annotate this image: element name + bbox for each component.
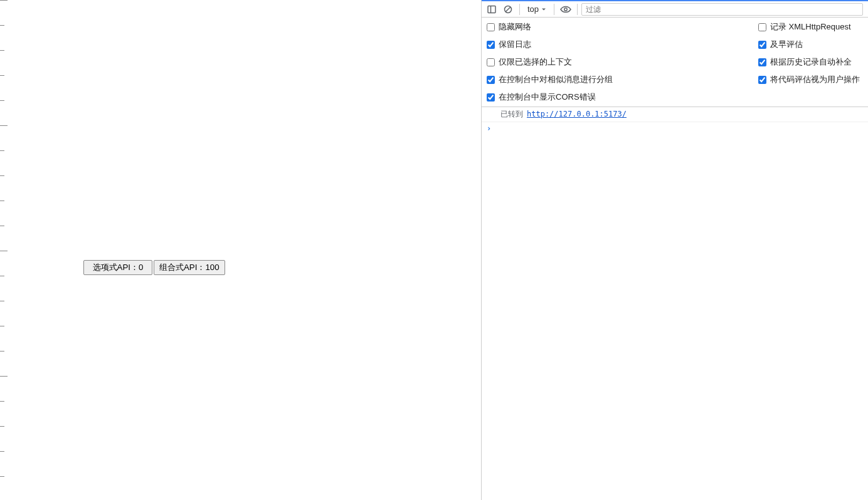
devtools-panel: top 隐藏网络 保留日志 仅限已选择的上下文 — [481, 0, 868, 500]
setting-show-cors[interactable]: 在控制台中显示CORS错误 — [487, 91, 758, 103]
button-row: 选项式API：0 组合式API：100 — [83, 260, 225, 275]
clear-console-icon[interactable] — [500, 3, 516, 16]
eager-eval-label: 及早评估 — [770, 39, 803, 50]
console-output: 已转到 http://127.0.0.1:5173/ › — [482, 107, 868, 500]
preserve-log-checkbox[interactable] — [487, 41, 495, 49]
setting-user-gesture[interactable]: 将代码评估视为用户操作 — [758, 74, 868, 85]
log-xhr-label: 记录 XMLHttpRequest — [770, 21, 851, 33]
execution-context-selector[interactable]: top — [524, 3, 550, 16]
page-viewport: 选项式API：0 组合式API：100 — [0, 0, 481, 500]
user-gesture-label: 将代码评估视为用户操作 — [770, 74, 860, 85]
nav-prefix-label: 已转到 — [500, 109, 523, 120]
chevron-down-icon — [541, 7, 546, 12]
nav-url-link[interactable]: http://127.0.0.1:5173/ — [527, 110, 627, 118]
setting-preserve-log[interactable]: 保留日志 — [487, 39, 758, 50]
selected-context-label: 仅限已选择的上下文 — [499, 56, 572, 68]
sidebar-toggle-icon[interactable] — [484, 3, 499, 16]
selected-context-checkbox[interactable] — [487, 58, 495, 66]
console-settings: 隐藏网络 保留日志 仅限已选择的上下文 在控制台中对相似消息进行分组 在控制台中… — [482, 18, 868, 107]
group-similar-label: 在控制台中对相似消息进行分组 — [499, 74, 613, 85]
hide-network-label: 隐藏网络 — [499, 21, 531, 33]
setting-log-xhr[interactable]: 记录 XMLHttpRequest — [758, 21, 868, 33]
separator — [577, 4, 578, 15]
console-navigation-line: 已转到 http://127.0.0.1:5173/ — [482, 107, 868, 122]
composition-api-button[interactable]: 组合式API：100 — [154, 260, 225, 275]
setting-hide-network[interactable]: 隐藏网络 — [487, 21, 758, 33]
live-expression-icon[interactable] — [558, 3, 573, 16]
eager-eval-checkbox[interactable] — [758, 41, 766, 49]
scope-label: top — [527, 4, 539, 14]
group-similar-checkbox[interactable] — [487, 76, 495, 84]
svg-line-3 — [505, 7, 511, 12]
setting-autocomplete-history[interactable]: 根据历史记录自动补全 — [758, 56, 868, 68]
setting-group-similar[interactable]: 在控制台中对相似消息进行分组 — [487, 74, 758, 85]
setting-eager-eval[interactable]: 及早评估 — [758, 39, 868, 50]
separator — [554, 4, 554, 15]
filter-input[interactable] — [581, 3, 863, 16]
show-cors-checkbox[interactable] — [487, 93, 495, 102]
ruler-left — [0, 0, 9, 500]
options-api-button[interactable]: 选项式API：0 — [83, 260, 152, 275]
devtools-toolbar: top — [482, 0, 868, 18]
autocomplete-history-checkbox[interactable] — [758, 58, 766, 66]
log-xhr-checkbox[interactable] — [758, 23, 766, 31]
prompt-chevron-icon: › — [487, 124, 495, 133]
autocomplete-history-label: 根据历史记录自动补全 — [770, 56, 852, 68]
svg-point-4 — [564, 8, 567, 10]
svg-rect-0 — [488, 6, 495, 13]
user-gesture-checkbox[interactable] — [758, 76, 766, 84]
preserve-log-label: 保留日志 — [499, 39, 531, 50]
separator — [519, 4, 520, 15]
setting-selected-context[interactable]: 仅限已选择的上下文 — [487, 56, 758, 68]
console-prompt[interactable]: › — [482, 122, 868, 135]
show-cors-label: 在控制台中显示CORS错误 — [499, 91, 596, 103]
hide-network-checkbox[interactable] — [487, 23, 495, 31]
